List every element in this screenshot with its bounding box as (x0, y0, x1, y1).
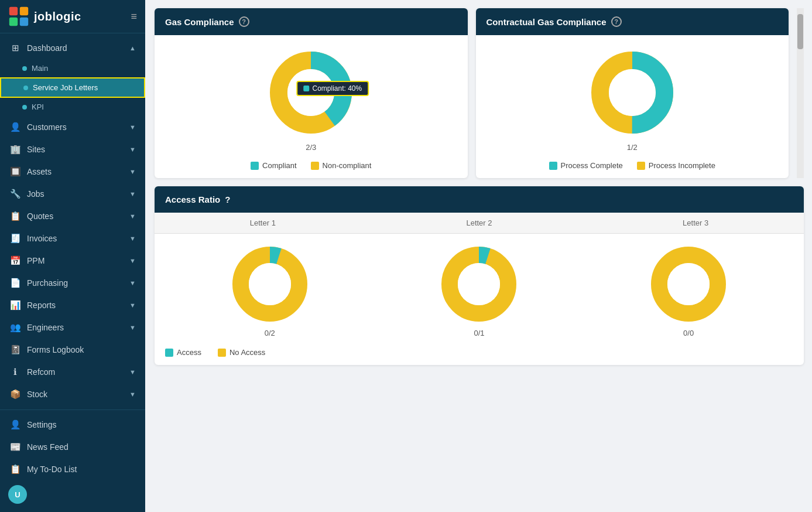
noncompliant-dot (311, 162, 319, 170)
svg-rect-2 (9, 18, 18, 26)
chevron-icon: ▼ (129, 213, 136, 220)
sidebar-item-main[interactable]: Main (0, 59, 145, 77)
sidebar-item-service-job-letters[interactable]: Service Job Letters (0, 77, 145, 98)
gas-compliance-legend: Compliant Non-compliant (251, 161, 371, 170)
sidebar-item-ppm[interactable]: 📅 PPM ▼ (0, 250, 145, 272)
sidebar-item-my-todo[interactable]: 📋 My To-Do List (0, 458, 145, 480)
letter3-col-header: Letter 3 (587, 213, 804, 233)
access-col-letter3: 0/0 (584, 243, 793, 339)
stock-icon: 📦 (9, 389, 21, 400)
sidebar-item-stock[interactable]: 📦 Stock ▼ (0, 383, 145, 405)
no-access-dot (218, 349, 226, 357)
chevron-icon: ▼ (129, 124, 136, 131)
chevron-icon: ▼ (129, 391, 136, 398)
svg-point-9 (609, 69, 656, 116)
sidebar-nav: ⊞ Dashboard ▲ Main Service Job Letters K… (0, 33, 145, 409)
sites-icon: 🏢 (9, 144, 21, 155)
gas-compliance-header: Gas Compliance ? (155, 8, 468, 35)
reports-icon: 📊 (9, 300, 21, 310)
purchasing-icon: 📄 (9, 278, 21, 288)
contractual-donut (585, 46, 679, 139)
contractual-body: 1/2 Process Complete Process Incomplete (476, 35, 789, 178)
chevron-icon: ▼ (129, 257, 136, 264)
gas-compliance-title: Gas Compliance (165, 17, 234, 27)
sidebar-item-assets[interactable]: 🔲 Assets ▼ (0, 161, 145, 183)
engineers-icon: 👥 (9, 322, 21, 333)
sidebar-item-news-feed[interactable]: 📰 News Feed (0, 436, 145, 458)
access-ratio-letter2: 0/1 (474, 329, 484, 337)
scrollbar[interactable] (797, 8, 804, 178)
compliant-dot (251, 162, 259, 170)
gas-compliance-card: Gas Compliance ? Compl (155, 8, 468, 178)
legend-incomplete: Process Incomplete (637, 161, 715, 170)
access-chart-letter1 (229, 243, 311, 325)
news-feed-icon: 📰 (9, 442, 21, 452)
main-content: Gas Compliance ? Compl (145, 0, 812, 512)
sidebar: joblogic ≡ ⊞ Dashboard ▲ Main Service Jo… (0, 0, 145, 512)
access-dot (165, 349, 173, 357)
chevron-icon: ▼ (129, 235, 136, 242)
sidebar-item-refcom[interactable]: ℹ Refcom ▼ (0, 361, 145, 383)
access-col-letter2: 0/1 (375, 243, 584, 339)
svg-rect-1 (20, 7, 28, 15)
access-ratio-letter1: 0/2 (265, 329, 275, 337)
svg-point-12 (249, 263, 291, 305)
chevron-icon: ▼ (129, 302, 136, 309)
sidebar-item-jobs[interactable]: 🔧 Jobs ▼ (0, 183, 145, 205)
dashboard-icon: ⊞ (9, 43, 21, 53)
legend-compliant: Compliant (251, 161, 297, 170)
contractual-chart (585, 46, 679, 139)
gas-compliance-chart (264, 46, 358, 139)
sidebar-item-engineers[interactable]: 👥 Engineers ▼ (0, 316, 145, 339)
sidebar-item-forms-logbook[interactable]: 📓 Forms Logbook (0, 339, 145, 361)
sidebar-header: joblogic ≡ (0, 0, 145, 33)
sidebar-item-sites[interactable]: 🏢 Sites ▼ (0, 138, 145, 161)
avatar[interactable]: U (8, 485, 27, 504)
quotes-icon: 📋 (9, 211, 21, 221)
gas-compliance-donut: Compliant: 40% (264, 46, 358, 139)
logo-area: joblogic (8, 6, 81, 27)
letter2-col-header: Letter 2 (371, 213, 588, 233)
access-chart-letter3 (647, 243, 729, 325)
sidebar-item-purchasing[interactable]: 📄 Purchasing ▼ (0, 272, 145, 294)
sub-dot-icon (23, 86, 28, 90)
sub-dot-icon (22, 66, 27, 71)
sub-dot-icon (22, 105, 27, 110)
invoices-icon: 🧾 (9, 233, 21, 244)
contractual-help-icon[interactable]: ? (611, 16, 622, 27)
incomplete-dot (637, 162, 645, 170)
chevron-icon: ▼ (129, 279, 136, 286)
access-cols-header: Letter 1 Letter 2 Letter 3 (155, 213, 804, 234)
svg-point-17 (667, 263, 710, 305)
legend-noncompliant: Non-compliant (311, 161, 372, 170)
hamburger-icon[interactable]: ≡ (131, 11, 137, 23)
contractual-header: Contractual Gas Compliance ? (476, 8, 789, 35)
legend-complete: Process Complete (549, 161, 623, 170)
sidebar-item-dashboard[interactable]: ⊞ Dashboard ▲ (0, 37, 145, 59)
ppm-icon: 📅 (9, 255, 21, 266)
sidebar-item-quotes[interactable]: 📋 Quotes ▼ (0, 205, 145, 227)
svg-rect-3 (20, 18, 28, 26)
sidebar-item-settings[interactable]: 👤 Settings (0, 414, 145, 436)
access-col-letter1: 0/2 (165, 243, 375, 339)
contractual-ratio: 1/2 (627, 143, 638, 152)
legend-access: Access (165, 348, 201, 357)
sidebar-item-customers[interactable]: 👤 Customers ▼ (0, 116, 145, 138)
sidebar-item-invoices[interactable]: 🧾 Invoices ▼ (0, 227, 145, 250)
complete-dot (549, 162, 557, 170)
access-ratio-title: Access Ratio (165, 194, 220, 204)
chevron-icon: ▼ (129, 146, 136, 153)
app-name: joblogic (34, 10, 81, 23)
settings-icon: 👤 (9, 419, 21, 430)
sidebar-item-reports[interactable]: 📊 Reports ▼ (0, 294, 145, 316)
contractual-legend: Process Complete Process Incomplete (549, 161, 715, 170)
contractual-gas-compliance-card: Contractual Gas Compliance ? 1/2 (476, 8, 789, 178)
gas-compliance-body: Compliant: 40% 2/3 Compliant Non-complia… (155, 35, 468, 178)
gas-compliance-ratio: 2/3 (306, 143, 316, 152)
svg-point-6 (287, 69, 334, 116)
access-ratio-help-icon[interactable]: ? (225, 194, 230, 204)
access-ratio-card: Access Ratio ? Letter 1 Letter 2 Letter … (155, 186, 804, 365)
svg-rect-0 (9, 7, 18, 15)
gas-compliance-help-icon[interactable]: ? (239, 16, 249, 27)
sidebar-item-kpi[interactable]: KPI (0, 98, 145, 116)
